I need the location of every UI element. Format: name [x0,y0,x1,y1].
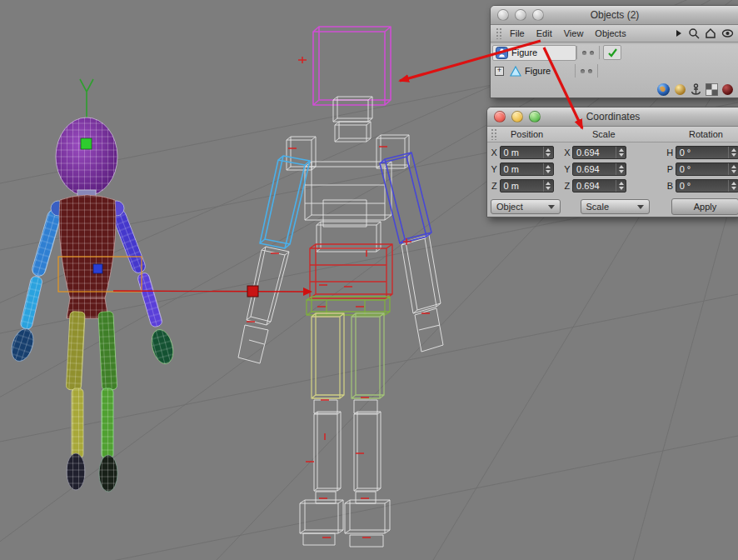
scale-mode-dropdown-value: Scale [586,202,610,212]
minimize-button[interactable] [515,9,526,21]
rotation-p-stepper[interactable] [728,163,738,175]
check-icon [607,48,618,58]
apply-button[interactable]: Apply [671,198,738,215]
enabled-state[interactable] [603,45,621,60]
menu-file[interactable]: File [510,28,525,38]
menu-view[interactable]: View [564,28,584,38]
checker-tag-icon[interactable] [706,83,718,96]
mode-dropdown[interactable]: Object [491,199,561,214]
gold-sphere-tag-icon[interactable] [674,83,686,96]
rotation-b-value: 0 ° [680,181,691,191]
scale-x-value: 0.694 [576,148,600,158]
wireframe-figure[interactable] [238,27,443,547]
eye-icon[interactable] [721,28,734,38]
coord-row-y: Y 0 m Y 0.694 P 0 ° [487,161,738,178]
menu-objects[interactable]: Objects [595,28,626,38]
axis-drag-square[interactable] [247,286,258,297]
material-sphere-tag-icon[interactable] [721,83,734,96]
object-row-figure-1[interactable]: Figure [492,44,738,61]
position-z-field[interactable]: 0 m [500,179,554,192]
scale-column-header: Scale [592,129,616,139]
position-y-stepper[interactable] [543,163,553,175]
rotation-axis-label: H [666,148,674,158]
position-axis-label: X [491,148,498,158]
object-list: Figure + Figure [491,44,738,98]
tag-strip [656,82,734,97]
position-y-field[interactable]: 0 m [500,162,554,176]
visibility-dots[interactable] [576,46,600,59]
rotation-column-header: Rotation [689,129,723,139]
position-axis-label: Z [491,181,498,191]
scale-z-value: 0.694 [576,181,600,191]
rotation-axis-label: P [666,164,674,174]
rotation-b-stepper[interactable] [728,180,738,192]
position-axis-label: Y [491,164,498,174]
rotation-b-field[interactable]: 0 ° [676,179,738,192]
search-icon[interactable] [688,28,700,39]
scale-x-stepper[interactable] [616,147,626,158]
rotation-axis-label: B [666,181,674,191]
minimize-button[interactable] [511,111,523,122]
axis-arrowhead [303,288,312,296]
scale-y-stepper[interactable] [616,163,626,175]
texture-tag-icon[interactable] [656,82,671,97]
rotation-h-field[interactable]: 0 ° [676,146,738,159]
object-label[interactable]: Figure [511,48,537,58]
zoom-button[interactable] [532,9,544,21]
close-button[interactable] [494,111,506,122]
rotation-p-value: 0 ° [680,164,691,174]
pivot-cube[interactable] [93,264,102,273]
scale-axis-label: X [564,148,571,158]
coordinates-panel: Coordinates Position Scale Rotation X 0 … [486,107,738,218]
objects-titlebar[interactable]: Objects (2) [491,6,738,25]
scale-mode-dropdown[interactable]: Scale [581,199,651,214]
selection-center-square[interactable] [81,138,92,149]
polygon-object-icon [510,66,521,77]
zoom-button[interactable] [529,111,541,122]
scale-y-field[interactable]: 0.694 [572,162,626,176]
objects-menubar: File Edit View Objects [491,25,738,42]
expand-toggle[interactable]: + [495,67,504,76]
coord-row-z: Z 0 m Z 0.694 B 0 ° [487,178,738,194]
rotation-h-stepper[interactable] [728,147,738,158]
chevron-down-icon [637,205,644,209]
scale-z-stepper[interactable] [616,180,626,192]
coordinates-column-headers: Position Scale Rotation [487,127,738,142]
position-z-value: 0 m [504,181,519,191]
chevron-down-icon [548,205,555,209]
scale-axis-label: Z [564,181,571,191]
more-menus-arrow-icon[interactable] [675,29,683,38]
scale-y-value: 0.694 [576,164,600,174]
position-z-stepper[interactable] [543,180,553,192]
menu-edit[interactable]: Edit [536,28,552,38]
position-x-field[interactable]: 0 m [500,146,554,159]
coordinates-titlebar[interactable]: Coordinates [487,108,738,127]
position-x-stepper[interactable] [543,147,553,158]
anchor-tag-icon[interactable] [690,83,702,97]
coord-row-x: X 0 m X 0.694 H 0 ° [487,144,738,161]
close-button[interactable] [497,9,509,21]
object-label[interactable]: Figure [525,66,551,76]
scale-x-field[interactable]: 0.694 [572,146,626,159]
objects-panel: Objects (2) File Edit View Objects Figur [490,5,738,98]
figure-object-icon [496,47,508,59]
position-x-value: 0 m [504,148,519,158]
visibility-dots[interactable] [575,64,598,78]
object-row-figure-2[interactable]: + Figure [492,62,738,79]
mode-dropdown-value: Object [496,202,523,212]
grip-handle-icon[interactable] [496,28,503,39]
scale-axis-label: Y [564,164,571,174]
rotation-p-field[interactable]: 0 ° [676,162,738,176]
position-column-header: Position [511,129,543,139]
grip-handle-icon[interactable] [491,128,498,140]
position-y-value: 0 m [504,164,519,174]
apply-button-label: Apply [694,202,717,212]
scale-z-field[interactable]: 0.694 [572,179,626,192]
home-icon[interactable] [705,28,716,39]
rotation-h-value: 0 ° [680,148,691,158]
